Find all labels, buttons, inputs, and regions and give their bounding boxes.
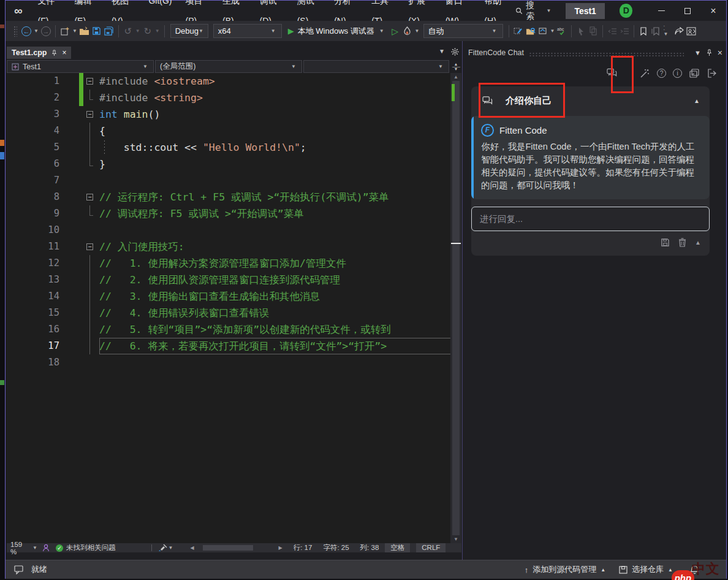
code-editor[interactable]: 1−#include <iostream>2#include <string>3… [7,73,461,543]
fold-collapse-icon[interactable]: − [86,243,93,250]
tab-test1cpp[interactable]: Test1.cpp × [7,47,71,59]
chevron-down-icon[interactable]: ▼ [415,28,420,34]
line-number[interactable]: 18 [7,354,59,371]
chevron-down-icon[interactable]: ▼ [169,545,173,551]
code-line-14[interactable]: 14// 3. 使用输出窗口查看生成输出和其他消息 [7,288,461,305]
code-cleanup-icon[interactable] [158,544,167,552]
live-share-button[interactable] [685,25,697,38]
chevron-down-icon[interactable]: ▼ [34,28,39,34]
fold-margin[interactable]: − [83,238,99,255]
code-line-1[interactable]: 1−#include <iostream> [7,73,461,90]
line-number[interactable]: 16 [7,321,59,338]
code-line-12[interactable]: 12// 1. 使用解决方案资源管理器窗口添加/管理文件 [7,255,461,272]
code-text[interactable]: int main() [99,106,461,123]
scroll-up-icon[interactable]: ▲ [450,74,461,80]
split-editor-handle[interactable]: ▲——▼ [450,60,461,73]
code-line-16[interactable]: 16// 5. 转到“项目”>“添加新项”以创建新的代码文件，或转到 [7,321,461,338]
navigate-back-button[interactable]: ← [20,25,32,38]
line-number[interactable]: 15 [7,305,59,321]
code-text[interactable]: // 5. 转到“项目”>“添加新项”以创建新的代码文件，或转到 [99,321,461,338]
user-avatar[interactable]: D [620,4,633,18]
gear-icon[interactable] [451,48,459,56]
code-line-9[interactable]: 9// 调试程序: F5 或调试 >“开始调试”菜单 [7,205,461,222]
line-number[interactable]: 13 [7,272,59,288]
line-number[interactable]: 12 [7,255,59,272]
scrollbar-thumb[interactable] [452,81,460,535]
code-text[interactable]: // 运行程序: Ctrl + F5 或调试 >“开始执行(不调试)”菜单 [99,189,461,205]
code-line-3[interactable]: 3−int main() [7,106,461,123]
fold-collapse-icon[interactable]: − [86,194,93,200]
message-icon[interactable] [14,565,24,574]
tab-close-icon[interactable]: × [62,48,66,57]
project-badge[interactable]: Test1 [566,3,605,19]
project-scope-dropdown[interactable]: Test1▼ [7,60,154,73]
chevron-down-icon[interactable]: ⁚▼ [663,26,668,37]
code-text[interactable]: // 4. 使用错误列表窗口查看错误 [99,305,461,321]
code-text[interactable]: // 2. 使用团队资源管理器窗口连接到源代码管理 [99,272,461,288]
save-all-button[interactable] [103,25,115,38]
code-text[interactable]: // 3. 使用输出窗口查看生成输出和其他消息 [99,288,461,305]
platform-dropdown[interactable]: x64▼ [213,24,282,38]
line-number[interactable]: 4 [7,123,59,139]
add-to-source-control-button[interactable]: ↑ 添加到源代码管理 ▲ [525,564,605,575]
line-number[interactable]: 17 [7,338,59,354]
problems-status[interactable]: 未找到相关问题 [66,543,116,552]
fold-margin[interactable] [83,272,99,288]
close-document-icon[interactable] [689,67,700,78]
feedback-icon[interactable] [42,544,50,552]
zoom-selector[interactable]: 159 %▼ [7,541,42,555]
window-position-dropdown-icon[interactable]: ▼ [694,49,701,56]
fold-collapse-icon[interactable]: − [86,78,93,85]
save-button[interactable] [91,25,103,38]
tab-list-dropdown-icon[interactable]: ▼ [439,48,445,56]
save-chat-icon[interactable] [661,238,670,247]
member-dropdown[interactable]: ▼ [303,60,449,73]
code-text[interactable] [99,222,461,238]
pane-splitter[interactable] [462,41,463,560]
code-line-2[interactable]: 2#include <string> [7,90,461,106]
fold-margin[interactable] [83,222,99,238]
help-icon[interactable]: ? [657,69,666,78]
home-button[interactable] [537,25,549,38]
line-number[interactable]: 7 [7,172,59,189]
code-line-8[interactable]: 8−// 运行程序: Ctrl + F5 或调试 >“开始执行(不调试)”菜单 [7,189,461,205]
code-line-5[interactable]: 5 std::cout << "Hello World!\n"; [7,139,461,156]
fold-margin[interactable] [83,305,99,321]
code-text[interactable]: // 入门使用技巧: [99,238,461,255]
maximize-button[interactable] [675,1,700,21]
line-number[interactable]: 11 [7,238,59,255]
magic-wand-icon[interactable] [639,67,650,78]
solution-config-dropdown[interactable]: Debug▼ [170,24,208,38]
fold-margin[interactable] [83,90,99,106]
line-number[interactable]: 3 [7,106,59,123]
share-button[interactable] [673,25,685,38]
fold-margin[interactable] [83,288,99,305]
select-repository-button[interactable]: 选择仓库 ▲ [619,564,673,575]
line-number[interactable]: 10 [7,222,59,238]
start-without-debug-button[interactable]: ▷ [389,25,401,38]
code-line-6[interactable]: 6} [7,156,461,172]
toolbar-grip[interactable] [13,26,17,37]
scroll-left-icon[interactable]: ◀ [190,545,194,551]
code-text[interactable]: { [99,123,461,139]
code-text[interactable]: // 1. 使用解决方案资源管理器窗口添加/管理文件 [99,255,461,272]
search-box[interactable]: 搜索 ▼ [515,0,553,22]
previous-bookmark-button[interactable] [650,25,662,38]
delete-chat-icon[interactable] [678,238,686,247]
scroll-top-icon[interactable]: ▲ [695,239,701,246]
navigate-forward-button[interactable]: → [40,25,52,38]
code-line-10[interactable]: 10 [7,222,461,238]
line-number[interactable]: 1 [7,73,59,90]
code-line-4[interactable]: 4{ [7,123,461,139]
line-number[interactable]: 5 [7,139,59,156]
scroll-down-icon[interactable]: ▼ [450,536,461,542]
panel-grip[interactable] [529,52,684,56]
fold-margin[interactable] [83,255,99,272]
global-scope-dropdown[interactable]: (全局范围)▼ [155,60,302,73]
scrollbar-thumb[interactable] [203,545,253,551]
fold-margin[interactable] [83,338,99,354]
copy-paste-button[interactable] [587,25,599,38]
edit-item-button[interactable] [512,25,525,38]
select-pointer-button[interactable] [575,25,587,38]
increase-indent-button[interactable] [618,25,631,38]
